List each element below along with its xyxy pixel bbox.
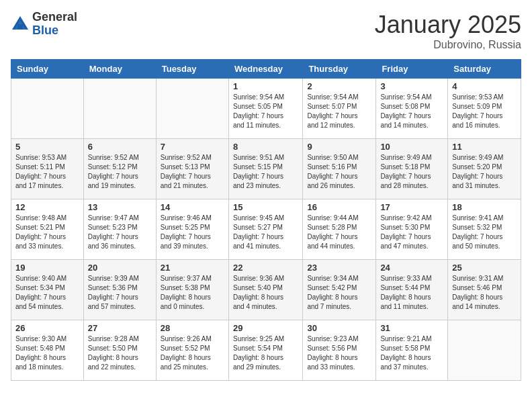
calendar-cell: 20Sunrise: 9:39 AM Sunset: 5:36 PM Dayli… bbox=[83, 260, 156, 320]
calendar-week-row: 26Sunrise: 9:30 AM Sunset: 5:48 PM Dayli… bbox=[11, 320, 521, 381]
day-info: Sunrise: 9:41 AM Sunset: 5:32 PM Dayligh… bbox=[452, 214, 517, 251]
day-number: 1 bbox=[233, 81, 298, 91]
title-block: January 2025 Dubrovino, Russia bbox=[375, 11, 521, 51]
day-number: 21 bbox=[161, 263, 224, 273]
day-number: 16 bbox=[307, 202, 371, 212]
day-number: 15 bbox=[233, 202, 298, 212]
location: Dubrovino, Russia bbox=[375, 39, 521, 51]
day-number: 4 bbox=[452, 81, 517, 91]
logo-blue-text: Blue bbox=[32, 24, 58, 37]
calendar-cell: 25Sunrise: 9:31 AM Sunset: 5:46 PM Dayli… bbox=[448, 260, 521, 320]
weekday-header: Monday bbox=[83, 60, 156, 79]
svg-rect-2 bbox=[17, 24, 23, 30]
day-number: 9 bbox=[307, 142, 371, 152]
day-info: Sunrise: 9:36 AM Sunset: 5:40 PM Dayligh… bbox=[233, 274, 298, 312]
weekday-header: Saturday bbox=[448, 60, 521, 79]
day-info: Sunrise: 9:50 AM Sunset: 5:16 PM Dayligh… bbox=[307, 153, 371, 191]
day-info: Sunrise: 9:54 AM Sunset: 5:05 PM Dayligh… bbox=[233, 93, 298, 130]
calendar-cell: 10Sunrise: 9:49 AM Sunset: 5:18 PM Dayli… bbox=[376, 139, 448, 199]
day-info: Sunrise: 9:21 AM Sunset: 5:58 PM Dayligh… bbox=[380, 334, 443, 372]
day-number: 17 bbox=[380, 202, 443, 212]
day-info: Sunrise: 9:28 AM Sunset: 5:50 PM Dayligh… bbox=[88, 334, 152, 372]
day-info: Sunrise: 9:26 AM Sunset: 5:52 PM Dayligh… bbox=[161, 334, 224, 372]
calendar-cell: 6Sunrise: 9:52 AM Sunset: 5:12 PM Daylig… bbox=[83, 139, 156, 199]
calendar-cell: 19Sunrise: 9:40 AM Sunset: 5:34 PM Dayli… bbox=[11, 260, 84, 320]
day-number: 22 bbox=[233, 263, 298, 273]
day-number: 27 bbox=[88, 323, 152, 333]
calendar-cell: 27Sunrise: 9:28 AM Sunset: 5:50 PM Dayli… bbox=[83, 320, 156, 381]
page-header: General Blue January 2025 Dubrovino, Rus… bbox=[11, 11, 521, 51]
day-info: Sunrise: 9:31 AM Sunset: 5:46 PM Dayligh… bbox=[452, 274, 517, 312]
day-number: 19 bbox=[15, 263, 79, 273]
day-info: Sunrise: 9:53 AM Sunset: 5:11 PM Dayligh… bbox=[15, 153, 79, 191]
calendar-week-row: 1Sunrise: 9:54 AM Sunset: 5:05 PM Daylig… bbox=[11, 79, 521, 139]
day-info: Sunrise: 9:54 AM Sunset: 5:08 PM Dayligh… bbox=[380, 93, 443, 130]
day-info: Sunrise: 9:44 AM Sunset: 5:28 PM Dayligh… bbox=[307, 214, 371, 251]
day-info: Sunrise: 9:46 AM Sunset: 5:25 PM Dayligh… bbox=[161, 214, 224, 251]
calendar-cell: 1Sunrise: 9:54 AM Sunset: 5:05 PM Daylig… bbox=[228, 79, 302, 139]
day-number: 12 bbox=[15, 202, 79, 212]
day-info: Sunrise: 9:33 AM Sunset: 5:44 PM Dayligh… bbox=[380, 274, 443, 312]
day-number: 25 bbox=[452, 263, 517, 273]
calendar-cell: 26Sunrise: 9:30 AM Sunset: 5:48 PM Dayli… bbox=[11, 320, 84, 381]
weekday-header: Wednesday bbox=[228, 60, 302, 79]
day-number: 2 bbox=[307, 81, 371, 91]
calendar-cell: 8Sunrise: 9:51 AM Sunset: 5:15 PM Daylig… bbox=[228, 139, 302, 199]
weekday-header: Tuesday bbox=[156, 60, 228, 79]
day-info: Sunrise: 9:39 AM Sunset: 5:36 PM Dayligh… bbox=[88, 274, 152, 312]
day-info: Sunrise: 9:48 AM Sunset: 5:21 PM Dayligh… bbox=[15, 214, 79, 251]
weekday-header-row: SundayMondayTuesdayWednesdayThursdayFrid… bbox=[11, 60, 521, 79]
day-number: 7 bbox=[161, 142, 224, 152]
calendar-cell bbox=[448, 320, 521, 381]
day-info: Sunrise: 9:30 AM Sunset: 5:48 PM Dayligh… bbox=[15, 334, 79, 372]
calendar-cell: 22Sunrise: 9:36 AM Sunset: 5:40 PM Dayli… bbox=[228, 260, 302, 320]
logo-icon bbox=[11, 15, 30, 34]
day-number: 14 bbox=[161, 202, 224, 212]
calendar-week-row: 5Sunrise: 9:53 AM Sunset: 5:11 PM Daylig… bbox=[11, 139, 521, 199]
calendar-cell: 24Sunrise: 9:33 AM Sunset: 5:44 PM Dayli… bbox=[376, 260, 448, 320]
day-number: 29 bbox=[233, 323, 298, 333]
calendar-cell bbox=[11, 79, 84, 139]
day-info: Sunrise: 9:52 AM Sunset: 5:13 PM Dayligh… bbox=[161, 153, 224, 191]
day-number: 6 bbox=[88, 142, 152, 152]
day-number: 3 bbox=[380, 81, 443, 91]
calendar-cell: 3Sunrise: 9:54 AM Sunset: 5:08 PM Daylig… bbox=[376, 79, 448, 139]
calendar-cell: 30Sunrise: 9:23 AM Sunset: 5:56 PM Dayli… bbox=[303, 320, 376, 381]
day-info: Sunrise: 9:42 AM Sunset: 5:30 PM Dayligh… bbox=[380, 214, 443, 251]
calendar-week-row: 12Sunrise: 9:48 AM Sunset: 5:21 PM Dayli… bbox=[11, 199, 521, 260]
calendar-cell: 18Sunrise: 9:41 AM Sunset: 5:32 PM Dayli… bbox=[448, 199, 521, 260]
calendar-cell: 23Sunrise: 9:34 AM Sunset: 5:42 PM Dayli… bbox=[303, 260, 376, 320]
weekday-header: Friday bbox=[376, 60, 448, 79]
weekday-header: Sunday bbox=[11, 60, 84, 79]
calendar-cell: 11Sunrise: 9:49 AM Sunset: 5:20 PM Dayli… bbox=[448, 139, 521, 199]
logo-general: General bbox=[32, 10, 77, 24]
day-number: 20 bbox=[88, 263, 152, 273]
calendar-cell: 17Sunrise: 9:42 AM Sunset: 5:30 PM Dayli… bbox=[376, 199, 448, 260]
day-info: Sunrise: 9:52 AM Sunset: 5:12 PM Dayligh… bbox=[88, 153, 152, 191]
day-number: 28 bbox=[161, 323, 224, 333]
calendar-cell: 13Sunrise: 9:47 AM Sunset: 5:23 PM Dayli… bbox=[83, 199, 156, 260]
day-number: 31 bbox=[380, 323, 443, 333]
logo: General Blue bbox=[11, 11, 77, 38]
day-info: Sunrise: 9:34 AM Sunset: 5:42 PM Dayligh… bbox=[307, 274, 371, 312]
weekday-header: Thursday bbox=[303, 60, 376, 79]
day-number: 10 bbox=[380, 142, 443, 152]
day-number: 11 bbox=[452, 142, 517, 152]
calendar-cell: 29Sunrise: 9:25 AM Sunset: 5:54 PM Dayli… bbox=[228, 320, 302, 381]
day-info: Sunrise: 9:53 AM Sunset: 5:09 PM Dayligh… bbox=[452, 93, 517, 130]
calendar-cell: 31Sunrise: 9:21 AM Sunset: 5:58 PM Dayli… bbox=[376, 320, 448, 381]
calendar-cell: 16Sunrise: 9:44 AM Sunset: 5:28 PM Dayli… bbox=[303, 199, 376, 260]
calendar-cell: 7Sunrise: 9:52 AM Sunset: 5:13 PM Daylig… bbox=[156, 139, 228, 199]
calendar-cell: 14Sunrise: 9:46 AM Sunset: 5:25 PM Dayli… bbox=[156, 199, 228, 260]
day-number: 8 bbox=[233, 142, 298, 152]
day-info: Sunrise: 9:25 AM Sunset: 5:54 PM Dayligh… bbox=[233, 334, 298, 372]
calendar-cell: 4Sunrise: 9:53 AM Sunset: 5:09 PM Daylig… bbox=[448, 79, 521, 139]
day-info: Sunrise: 9:49 AM Sunset: 5:18 PM Dayligh… bbox=[380, 153, 443, 191]
day-info: Sunrise: 9:23 AM Sunset: 5:56 PM Dayligh… bbox=[307, 334, 371, 372]
day-info: Sunrise: 9:49 AM Sunset: 5:20 PM Dayligh… bbox=[452, 153, 517, 191]
calendar-cell: 21Sunrise: 9:37 AM Sunset: 5:38 PM Dayli… bbox=[156, 260, 228, 320]
day-number: 30 bbox=[307, 323, 371, 333]
calendar-cell bbox=[156, 79, 228, 139]
calendar-cell: 15Sunrise: 9:45 AM Sunset: 5:27 PM Dayli… bbox=[228, 199, 302, 260]
calendar-cell: 12Sunrise: 9:48 AM Sunset: 5:21 PM Dayli… bbox=[11, 199, 84, 260]
